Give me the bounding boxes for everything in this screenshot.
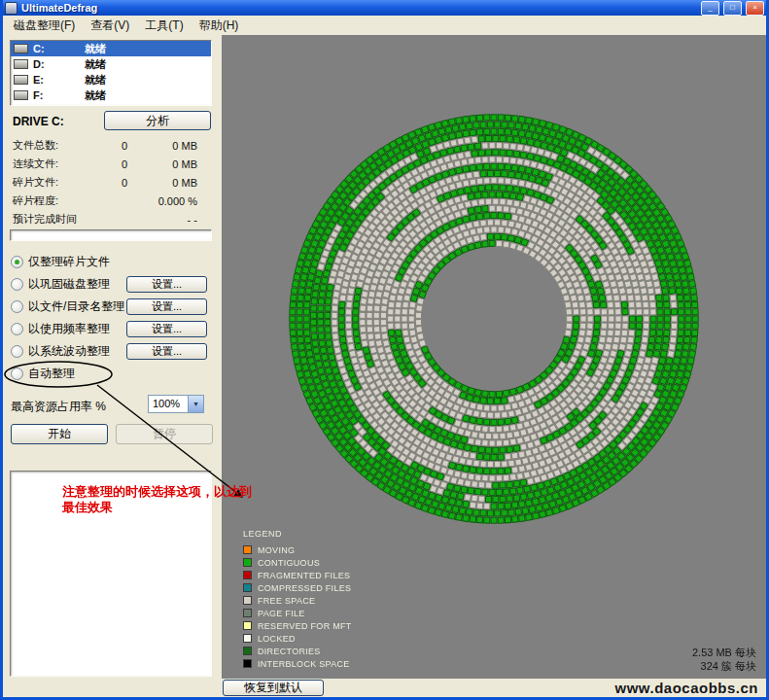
note-box <box>10 471 212 677</box>
legend-swatch <box>243 621 252 630</box>
defrag-option-3[interactable]: 以文件/目录名整理设置... <box>11 296 215 318</box>
stat-row: 连续文件:00 MB <box>13 155 207 173</box>
legend-swatch <box>243 558 252 567</box>
menu-help[interactable]: 帮助(H) <box>192 16 247 36</box>
defrag-option-5[interactable]: 以系统波动整理设置... <box>11 340 215 363</box>
stat-size: 0.000 % <box>127 195 201 207</box>
legend-label: MOVING <box>258 545 295 555</box>
option-label: 自动整理 <box>28 366 75 382</box>
legend-swatch <box>243 583 252 592</box>
left-panel: C:就绪D:就绪E:就绪F:就绪 DRIVE C: 分析 文件总数:00 MB连… <box>3 35 222 679</box>
legend-item: INTERBLOCK SPACE <box>243 657 352 670</box>
settings-button[interactable]: 设置... <box>126 343 207 360</box>
legend-item: MOVING <box>243 543 352 556</box>
stat-size: - - <box>127 214 201 226</box>
stat-label: 预计完成时间 <box>13 212 98 227</box>
resource-usage-combobox[interactable]: 100% ▼ <box>148 395 204 413</box>
block-info: 2.53 MB 每块 324 簇 每块 <box>692 646 756 673</box>
radio-button[interactable] <box>11 323 23 335</box>
drive-status: 就绪 <box>85 73 106 88</box>
chevron-down-icon[interactable]: ▼ <box>188 396 203 412</box>
stat-count: 0 <box>98 158 127 170</box>
resource-usage-label: 最高资源占用率 % <box>11 399 106 415</box>
restore-default-button[interactable]: 恢复到默认 <box>223 680 324 696</box>
legend-label: FREE SPACE <box>258 596 315 606</box>
menu-defrag[interactable]: 磁盘整理(F) <box>6 16 83 36</box>
drive-letter: C: <box>33 43 56 54</box>
drive-label: DRIVE C: <box>13 115 64 128</box>
block-size-label: 2.53 MB 每块 <box>692 646 756 659</box>
pause-button[interactable]: 暂停 <box>116 424 213 444</box>
stat-size: 0 MB <box>127 158 201 170</box>
legend-label: COMPRESSED FILES <box>258 583 351 593</box>
radio-button[interactable] <box>11 278 23 291</box>
drive-icon <box>14 75 28 85</box>
watermark-text: www.daocaobbs.cn <box>615 680 758 696</box>
legend-item: FREE SPACE <box>243 594 352 607</box>
defrag-option-1[interactable]: 仅整理碎片文件 <box>11 251 215 273</box>
minimize-button[interactable]: _ <box>701 1 719 16</box>
defrag-option-6[interactable]: 自动整理 <box>11 363 215 385</box>
legend-swatch <box>243 596 252 605</box>
settings-button[interactable]: 设置... <box>126 321 207 337</box>
titlebar: UltimateDefrag _ □ × <box>3 0 766 16</box>
stat-label: 文件总数: <box>13 138 98 153</box>
legend-item: RESERVED FOR MFT <box>243 619 352 632</box>
progress-bar <box>10 229 212 241</box>
legend-items: MOVINGCONTIGUOUSFRAGMENTED FILESCOMPRESS… <box>243 543 352 670</box>
drive-status: 就绪 <box>85 42 106 56</box>
legend-title: LEGEND <box>243 529 352 539</box>
drive-row-c[interactable]: C:就绪 <box>11 41 211 56</box>
legend-item: DIRECTORIES <box>243 645 352 657</box>
radio-button[interactable] <box>11 300 23 313</box>
drive-status: 就绪 <box>85 57 106 72</box>
radio-button[interactable] <box>11 368 23 380</box>
legend-label: LOCKED <box>258 634 296 644</box>
settings-button[interactable]: 设置... <box>126 298 207 315</box>
stat-label: 连续文件: <box>13 157 98 171</box>
maximize-button[interactable]: □ <box>723 1 742 16</box>
legend-swatch <box>243 647 252 655</box>
stat-size: 0 MB <box>127 140 201 152</box>
app-icon <box>5 2 17 15</box>
menu-tools[interactable]: 工具(T) <box>137 16 191 36</box>
stats-table: 文件总数:00 MB连续文件:00 MB碎片文件:00 MB碎片程度:0.000… <box>13 136 207 228</box>
settings-button[interactable]: 设置... <box>126 276 207 293</box>
option-label: 仅整理碎片文件 <box>28 254 110 270</box>
start-button[interactable]: 开始 <box>11 424 108 444</box>
drive-status: 就绪 <box>85 88 106 103</box>
legend-swatch <box>243 634 252 643</box>
defrag-option-4[interactable]: 以使用频率整理设置... <box>11 318 215 340</box>
stat-row: 碎片程度:0.000 % <box>13 192 207 210</box>
drive-icon <box>14 90 28 100</box>
legend-swatch <box>243 659 252 668</box>
drive-icon <box>14 44 28 53</box>
option-label: 以文件/目录名整理 <box>28 298 124 315</box>
menubar: 磁盘整理(F)查看(V)工具(T)帮助(H) <box>3 16 766 35</box>
legend-item: FRAGMENTED FILES <box>243 569 352 581</box>
window-title: UltimateDefrag <box>21 1 697 15</box>
legend-item: COMPRESSED FILES <box>243 581 352 594</box>
legend-swatch <box>243 609 252 617</box>
cluster-size-label: 324 簇 每块 <box>692 659 756 673</box>
drive-letter: E: <box>33 74 56 86</box>
close-button[interactable]: × <box>746 1 764 16</box>
disk-map-panel: LEGEND MOVINGCONTIGUOUSFRAGMENTED FILESC… <box>222 35 766 679</box>
radio-button[interactable] <box>11 345 23 358</box>
drive-row-d[interactable]: D:就绪 <box>11 56 211 72</box>
drive-row-e[interactable]: E:就绪 <box>11 72 211 88</box>
radio-button[interactable] <box>11 256 23 268</box>
drive-row-f[interactable]: F:就绪 <box>11 88 211 103</box>
resource-usage-value: 100% <box>149 396 188 412</box>
stat-count: 0 <box>98 140 127 152</box>
legend: LEGEND MOVINGCONTIGUOUSFRAGMENTED FILESC… <box>243 529 352 670</box>
analyze-button[interactable]: 分析 <box>104 111 211 130</box>
menu-view[interactable]: 查看(V) <box>83 16 137 36</box>
drive-letter: F: <box>33 89 56 101</box>
stat-label: 碎片文件: <box>13 175 98 190</box>
defrag-option-2[interactable]: 以巩固磁盘整理设置... <box>11 273 215 296</box>
stat-row: 碎片文件:00 MB <box>13 173 207 192</box>
stat-count: 0 <box>98 177 127 189</box>
stat-size: 0 MB <box>127 177 201 189</box>
legend-item: PAGE FILE <box>243 607 352 619</box>
